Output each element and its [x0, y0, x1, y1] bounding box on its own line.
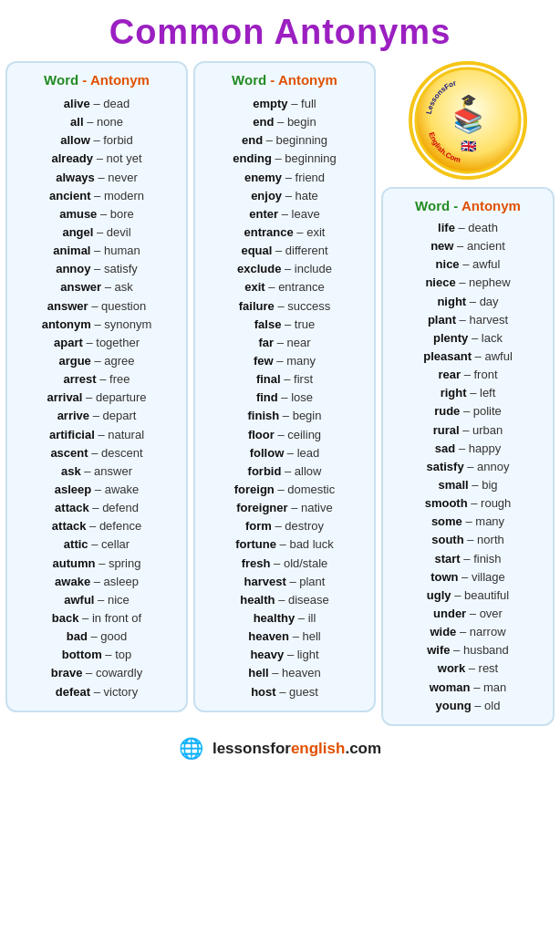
list-item: harvest – plant	[202, 573, 367, 591]
word: answer	[47, 299, 88, 313]
antonym: – disease	[275, 593, 329, 607]
word: entrance	[244, 225, 294, 239]
logo-books-icon: 📚	[453, 106, 483, 135]
word: health	[240, 593, 275, 607]
col1-word-list: alive – deadall – noneallow – forbidalre…	[15, 95, 179, 701]
antonym: – not yet	[93, 151, 141, 165]
antonym: – awful	[460, 257, 501, 271]
word: some	[431, 514, 462, 528]
list-item: all – none	[15, 113, 179, 131]
antonym: – ask	[101, 280, 133, 294]
antonym: – begin	[279, 409, 321, 422]
list-item: ask – answer	[15, 462, 179, 481]
list-item: enjoy – hate	[202, 187, 367, 205]
logo-grad-icon: 🎓	[461, 93, 477, 109]
word: ascent	[50, 446, 88, 460]
list-item: awake – asleep	[15, 573, 179, 591]
word: ask	[61, 464, 81, 478]
list-item: smooth – rough	[390, 494, 545, 513]
word: start	[435, 552, 461, 566]
list-item: south – north	[390, 531, 545, 549]
word: brave	[51, 666, 83, 680]
word: enter	[249, 207, 278, 221]
word: argue	[58, 354, 90, 368]
logo-svg: LessonsFor English.Com 📚 🇬🇧 🎓	[414, 67, 522, 174]
list-item: rear – front	[390, 366, 545, 384]
list-item: plant – harvest	[390, 311, 545, 329]
word: sad	[435, 441, 455, 455]
antonym: – top	[102, 648, 132, 661]
list-item: exit – entrance	[202, 278, 367, 296]
list-item: arrest – free	[15, 370, 179, 389]
word: follow	[250, 446, 285, 460]
antonym: – domestic	[275, 483, 335, 496]
logo-container: LessonsFor English.Com 📚 🇬🇧 🎓	[414, 67, 522, 174]
antonym: – none	[84, 115, 123, 129]
list-item: exclude – include	[202, 260, 367, 278]
list-item: bad – good	[15, 628, 179, 646]
word: find	[256, 390, 278, 404]
list-item: amuse – bore	[15, 205, 179, 223]
word: end	[253, 115, 274, 129]
antonym: – depart	[89, 409, 136, 422]
word: wife	[427, 643, 450, 657]
antonym: – ceiling	[275, 428, 321, 441]
antonym: – lack	[468, 331, 503, 345]
list-item: woman – man	[390, 679, 545, 697]
list-item: few – many	[202, 352, 367, 370]
list-item: artificial – natural	[15, 426, 179, 444]
word: amuse	[59, 207, 97, 221]
word: antonym	[42, 317, 91, 331]
list-item: awful – nice	[15, 591, 179, 609]
list-item: rude – polite	[390, 402, 545, 420]
word: ugly	[427, 588, 451, 602]
word: small	[438, 478, 468, 492]
antonym: – first	[281, 372, 313, 386]
footer: 🌐 lessonsforenglish.com	[0, 726, 560, 770]
antonym: – spring	[96, 556, 141, 570]
word: autumn	[53, 556, 96, 570]
antonym: – devil	[93, 225, 130, 239]
word: work	[438, 661, 465, 675]
list-item: pleasant – awful	[390, 348, 545, 366]
list-item: failure – success	[202, 297, 367, 316]
antonym: – guest	[276, 685, 318, 699]
footer-url-colored: english	[291, 740, 346, 757]
list-item: ugly – beautiful	[390, 586, 545, 605]
column-2: Word - Antonym empty – fullend – beginen…	[193, 61, 376, 712]
antonym: – departure	[82, 390, 146, 404]
antonym: – hell	[289, 629, 321, 643]
list-item: host – guest	[202, 683, 367, 701]
word: rude	[434, 404, 460, 418]
word: final	[256, 372, 281, 386]
word: attack	[52, 519, 87, 533]
antonym: – old/stale	[270, 556, 327, 570]
antonym: – victory	[90, 685, 138, 699]
antonym: – finish	[461, 552, 502, 566]
col2-antonym-label: Antonym	[278, 72, 337, 88]
list-item: attic – cellar	[15, 535, 179, 554]
antonym: – leave	[278, 207, 320, 221]
list-item: ending – beginning	[202, 150, 367, 168]
list-item: arrival – departure	[15, 389, 179, 407]
antonym: – native	[288, 501, 333, 514]
list-item: false – true	[202, 316, 367, 334]
page-title: Common Antonyms	[109, 13, 451, 52]
list-item: entrance – exit	[202, 223, 367, 242]
antonym: – happy	[455, 441, 501, 455]
list-item: enter – leave	[202, 205, 367, 223]
list-item: life – death	[390, 219, 545, 237]
antonym: – urban	[460, 423, 503, 437]
list-item: alive – dead	[15, 95, 179, 113]
antonym: – beautiful	[451, 588, 510, 602]
word: hell	[248, 666, 268, 680]
antonym: – front	[461, 368, 497, 381]
word: floor	[248, 428, 275, 441]
antonym: – heaven	[269, 666, 321, 680]
word: bottom	[62, 648, 102, 661]
list-item: answer – question	[15, 297, 179, 316]
word: all	[70, 115, 83, 129]
antonym: – awake	[91, 483, 139, 496]
col2-word-label: Word	[232, 72, 266, 88]
word: form	[245, 519, 272, 533]
